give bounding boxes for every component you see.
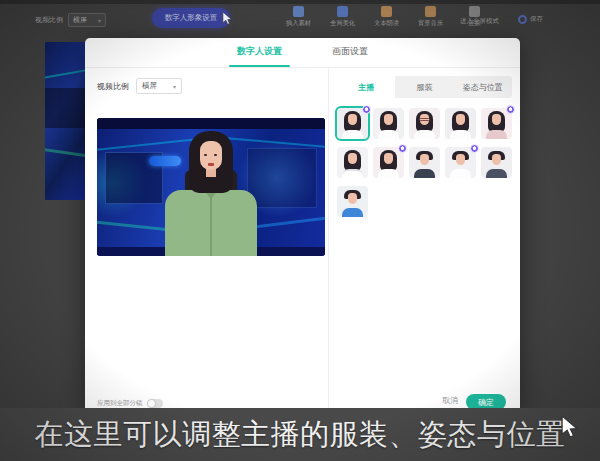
avatar-photo: [337, 186, 368, 217]
video-ratio-label: 视频比例: [97, 81, 129, 92]
avatar-torso: [486, 169, 507, 178]
presenter-face: [200, 141, 222, 170]
cancel-button[interactable]: 取消: [442, 395, 458, 406]
toolbar-tool-label: 插入素材: [286, 19, 311, 28]
presenter-lips: [208, 163, 214, 166]
avatar-face: [492, 154, 501, 165]
avatar-face: [456, 114, 465, 125]
avatar-thumb[interactable]: [337, 147, 368, 178]
avatar-thumb[interactable]: [373, 108, 404, 139]
ratio-label: 视频比例: [35, 15, 63, 25]
canvas-decor: [45, 88, 85, 128]
subtitle-text: 在这里可以调整主播的服装、姿态与位置: [35, 415, 566, 455]
avatar-photo: [481, 147, 512, 178]
vip-badge-icon: [506, 105, 515, 114]
presenter-eye: [214, 154, 217, 156]
presenter-collar: [210, 198, 212, 256]
toolbar-tool[interactable]: 全局美化: [326, 6, 359, 28]
presenter-eye: [204, 154, 207, 156]
avatar-thumb[interactable]: [409, 108, 440, 139]
avatar-torso: [414, 169, 435, 178]
avatar-preview-image: [97, 118, 325, 256]
save-group[interactable]: 保存: [518, 15, 543, 24]
avatar-face: [384, 114, 393, 125]
insert-material-icon: [293, 6, 304, 17]
avatar-torso: [450, 130, 471, 139]
toolbar-tool[interactable]: 背景音乐: [414, 6, 447, 28]
tab-digital-human-settings[interactable]: 数字人设置: [235, 45, 284, 67]
video-subtitle-band: 在这里可以调整主播的服装、姿态与位置: [0, 408, 600, 461]
apply-all-label: 应用到全部分镜: [97, 399, 143, 408]
toggle-knob: [148, 400, 155, 407]
studio-decor: [247, 148, 317, 208]
apply-all-group: 应用到全部分镜: [97, 399, 163, 408]
editor-canvas-preview: [45, 42, 85, 200]
glasses-icon: [419, 118, 430, 121]
avatar-photo: [409, 108, 440, 139]
preview-pane: 视频比例 横屏 ▾: [85, 68, 328, 412]
avatar-photo: [445, 108, 476, 139]
avatar-photo: [373, 108, 404, 139]
toolbar-tool-label: 背景音乐: [418, 19, 443, 28]
avatar-torso: [450, 169, 471, 178]
digital-human-settings-modal: 数字人设置 画面设置 视频比例 横屏 ▾: [85, 38, 520, 412]
vip-badge-icon: [398, 144, 407, 153]
chevron-down-icon: ▾: [98, 17, 101, 24]
tab-pose-position[interactable]: 姿态与位置: [454, 76, 512, 98]
apply-all-toggle[interactable]: [147, 399, 163, 408]
toolbar-tool[interactable]: 文本朗读: [370, 6, 403, 28]
avatar-thumb[interactable]: [337, 186, 368, 217]
save-label: 保存: [530, 15, 543, 24]
avatar-face: [420, 154, 429, 165]
tab-clothing[interactable]: 服装: [395, 76, 453, 98]
avatar-face: [348, 114, 357, 125]
canvas-decor: [45, 67, 85, 79]
text-read-icon: [381, 6, 392, 17]
avatar-thumb[interactable]: [445, 147, 476, 178]
studio-decor: [97, 118, 325, 129]
avatar-thumb[interactable]: [337, 108, 368, 139]
chevron-down-icon: ▾: [173, 83, 176, 90]
vip-badge-icon: [470, 144, 479, 153]
save-sync-icon: [518, 15, 527, 24]
avatar-torso: [342, 130, 363, 139]
avatar-torso: [414, 130, 435, 139]
top-toolbar: 视频比例 横屏 ▾ 数字人形象设置 插入素材全局美化文本朗读背景音乐还原 进入全…: [0, 4, 600, 37]
tab-screen-settings[interactable]: 画面设置: [330, 45, 370, 67]
avatar-thumb[interactable]: [373, 147, 404, 178]
avatar-torso: [378, 130, 399, 139]
video-ratio-value: 横屏: [142, 81, 157, 91]
avatar-face: [348, 193, 357, 204]
canvas-ratio-group: 视频比例 横屏 ▾: [35, 13, 106, 27]
toolbar-tool-label: 全局美化: [330, 19, 355, 28]
bgm-music-icon: [425, 6, 436, 17]
video-ratio-row: 视频比例 横屏 ▾: [97, 78, 182, 94]
modal-tab-bar: 数字人设置 画面设置: [85, 38, 520, 68]
fullscreen-button[interactable]: 进入全屏模式: [460, 17, 499, 26]
ratio-value: 横屏: [73, 15, 87, 25]
avatar-torso: [378, 169, 399, 178]
canvas-decor: [45, 148, 85, 159]
avatar-torso: [342, 169, 363, 178]
avatar-torso: [486, 130, 507, 139]
avatar-face: [492, 114, 501, 125]
avatar-thumb[interactable]: [409, 147, 440, 178]
global-beautify-icon: [337, 6, 348, 17]
toolbar-tool-label: 文本朗读: [374, 19, 399, 28]
avatar-photo: [337, 147, 368, 178]
avatar-photo: [409, 147, 440, 178]
avatar-torso: [342, 208, 363, 217]
digital-human-settings-button[interactable]: 数字人形象设置: [152, 8, 230, 28]
ratio-dropdown[interactable]: 横屏 ▾: [68, 13, 106, 27]
tab-anchor[interactable]: 主播: [337, 76, 395, 98]
vip-badge-icon: [362, 105, 371, 114]
video-ratio-dropdown[interactable]: 横屏 ▾: [136, 78, 182, 94]
avatar-thumb[interactable]: [481, 108, 512, 139]
toolbar-tool[interactable]: 插入素材: [282, 6, 315, 28]
avatar-tab-bar: 主播 服装 姿态与位置: [337, 76, 512, 98]
avatar-thumb[interactable]: [481, 147, 512, 178]
avatar-face: [384, 153, 393, 164]
avatar-thumb[interactable]: [445, 108, 476, 139]
avatar-grid: [337, 108, 512, 217]
avatar-face: [348, 153, 357, 164]
